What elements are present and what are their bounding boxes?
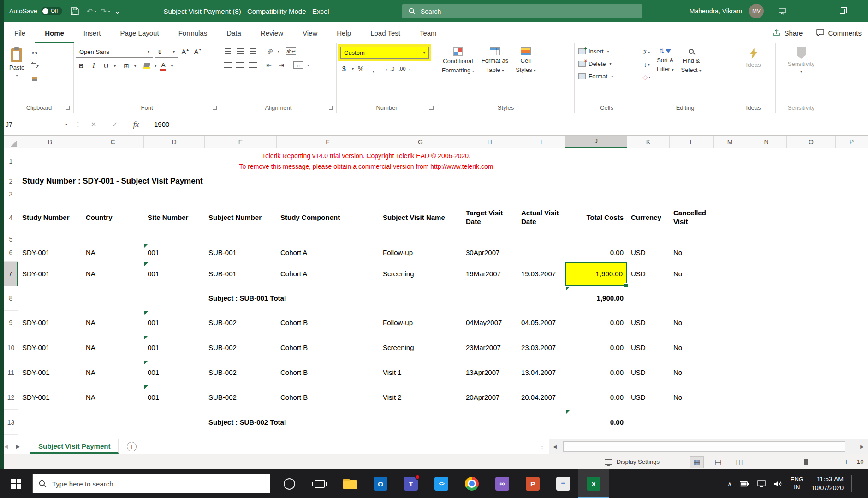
cell-G7[interactable]: Screening <box>379 262 462 286</box>
column-header-G[interactable]: G <box>379 136 462 148</box>
column-header-C[interactable]: C <box>82 136 144 148</box>
cell-K6[interactable]: USD <box>627 243 670 262</box>
cell-J7[interactable]: 1,900.00 <box>565 262 627 286</box>
volume-icon[interactable] <box>774 480 783 487</box>
borders-button[interactable]: ⊞ <box>121 60 132 71</box>
column-header-O[interactable]: O <box>787 136 836 148</box>
autosum-dropdown-icon[interactable]: ▾ <box>648 50 650 54</box>
cell-C11[interactable]: NA <box>82 360 144 385</box>
comma-style-button[interactable]: , <box>368 63 379 74</box>
teams-icon[interactable]: T <box>396 469 426 498</box>
cell-K12[interactable]: USD <box>627 385 670 410</box>
tab-review[interactable]: Review <box>251 22 293 43</box>
name-box[interactable]: J7 ▾ <box>0 113 73 135</box>
cell-C10[interactable]: NA <box>82 335 144 360</box>
number-format-combo[interactable]: Custom▾ <box>340 47 429 59</box>
cell-E10[interactable]: SUB-002 <box>205 335 277 360</box>
cell-J13[interactable]: 0.00 <box>565 410 627 435</box>
tab-formulas[interactable]: Formulas <box>169 22 217 43</box>
cell-B12[interactable]: SDY-001 <box>18 385 82 410</box>
orientation-dropdown-icon[interactable]: ▾ <box>278 49 279 53</box>
cell-D11[interactable]: 001 <box>144 360 205 385</box>
cell-E4[interactable]: Subject Number <box>205 200 277 235</box>
tab-load-test[interactable]: Load Test <box>361 22 410 43</box>
decrease-decimal-button[interactable]: .00→ <box>397 63 412 74</box>
cell-L4[interactable]: CancelledVisit <box>670 200 714 235</box>
middle-align-button[interactable] <box>235 46 246 57</box>
tab-page-layout[interactable]: Page Layout <box>110 22 168 43</box>
align-left-button[interactable] <box>222 59 233 71</box>
alignment-dialog-launcher-icon[interactable] <box>329 106 333 110</box>
cut-button[interactable]: ✂ <box>29 47 40 59</box>
column-header-I[interactable]: I <box>517 136 565 148</box>
avatar[interactable]: MV <box>749 4 764 18</box>
cell-E8[interactable]: Subject : SUB-001 Total <box>205 286 379 311</box>
cell-G6[interactable]: Follow-up <box>379 243 462 262</box>
ribbon-display-options-button[interactable] <box>771 0 794 22</box>
decrease-indent-button[interactable]: ⇤ <box>263 59 274 71</box>
conditional-formatting-button[interactable]: Conditional Formatting ▾ <box>439 46 477 76</box>
outlook-icon[interactable]: O <box>365 469 396 498</box>
cell-I11[interactable]: 13.04.2007 <box>517 360 565 385</box>
cell-K7[interactable]: USD <box>627 262 670 286</box>
zoom-slider[interactable] <box>777 462 838 462</box>
font-name-dropdown-icon[interactable]: ▾ <box>148 50 149 54</box>
cell-C7[interactable]: NA <box>82 262 144 286</box>
fill-button[interactable]: ↓▾ <box>641 59 652 70</box>
redo-dropdown-icon[interactable]: ▾ <box>108 9 110 13</box>
battery-icon[interactable] <box>740 481 749 487</box>
cell-C6[interactable]: NA <box>82 243 144 262</box>
start-button[interactable] <box>0 469 32 498</box>
cell-J6[interactable]: 0.00 <box>565 243 627 262</box>
insert-function-button[interactable]: fx <box>125 113 147 135</box>
font-size-dropdown-icon[interactable]: ▾ <box>173 50 175 54</box>
name-box-dropdown-icon[interactable]: ▾ <box>65 122 67 126</box>
visual-studio-icon[interactable]: ∞ <box>487 469 517 498</box>
cell-L6[interactable]: No <box>670 243 714 262</box>
cell-H12[interactable]: 20Apr2007 <box>462 385 517 410</box>
network-icon[interactable] <box>757 480 766 487</box>
enter-button[interactable]: ✓ <box>104 113 125 135</box>
format-cells-button[interactable]: Format▾ <box>577 71 615 82</box>
notes-app-icon[interactable]: ≡ <box>548 469 578 498</box>
new-sheet-button[interactable]: + <box>127 442 137 451</box>
column-header-H[interactable]: H <box>462 136 517 148</box>
increase-font-size-button[interactable]: A▲ <box>180 46 191 57</box>
paste-dropdown-icon[interactable]: ▾ <box>16 73 18 78</box>
clear-button[interactable]: ◇▾ <box>641 71 652 83</box>
cell-B1[interactable]: Telerik Reporting v14.0 trial version. C… <box>18 148 714 174</box>
fat-dropdown-icon[interactable]: ▾ <box>502 69 504 73</box>
wrap-text-button[interactable]: ab↩ <box>285 46 297 57</box>
formula-bar-handle[interactable]: ⋮ <box>73 113 83 135</box>
cell-D6[interactable]: 001 <box>144 243 205 262</box>
copy-dropdown-icon[interactable]: ▾ <box>37 64 39 68</box>
cell-D12[interactable]: 001 <box>144 385 205 410</box>
hscroll-right-icon[interactable]: ▶ <box>856 439 868 454</box>
zoom-out-button[interactable]: − <box>762 458 774 466</box>
cell-I10[interactable]: 23.03.2007 <box>517 335 565 360</box>
page-break-view-button[interactable]: ◫ <box>732 456 746 468</box>
save-button[interactable] <box>68 3 83 19</box>
cell-F9[interactable]: Cohort B <box>277 311 379 335</box>
tab-home[interactable]: Home <box>35 22 74 43</box>
cell-D4[interactable]: Site Number <box>144 200 205 235</box>
horizontal-scrollbar[interactable] <box>561 439 856 454</box>
display-settings-button[interactable]: Display Settings <box>605 458 660 465</box>
page-layout-view-button[interactable]: ▤ <box>711 456 725 468</box>
cell-J11[interactable]: 0.00 <box>565 360 627 385</box>
ideas-button[interactable]: Ideas <box>743 46 764 71</box>
column-header-J[interactable]: J <box>565 136 627 148</box>
sensitivity-button[interactable]: Sensitivity ▾ <box>785 46 818 76</box>
sheet-tab[interactable]: Subject Visit Payment <box>30 439 119 454</box>
normal-view-button[interactable]: ▦ <box>690 456 704 468</box>
column-header-B[interactable]: B <box>18 136 82 148</box>
horizontal-scrollbar-thumb[interactable] <box>563 441 845 452</box>
merge-center-button[interactable]: ↔ <box>292 59 305 71</box>
cortana-icon[interactable] <box>274 469 304 498</box>
cell-K4[interactable]: Currency <box>627 200 670 235</box>
restore-button[interactable] <box>831 0 854 22</box>
delete-cells-button[interactable]: Delete▾ <box>577 58 613 70</box>
column-header-L[interactable]: L <box>670 136 714 148</box>
cell-G12[interactable]: Visit 2 <box>379 385 462 410</box>
column-header-D[interactable]: D <box>144 136 205 148</box>
